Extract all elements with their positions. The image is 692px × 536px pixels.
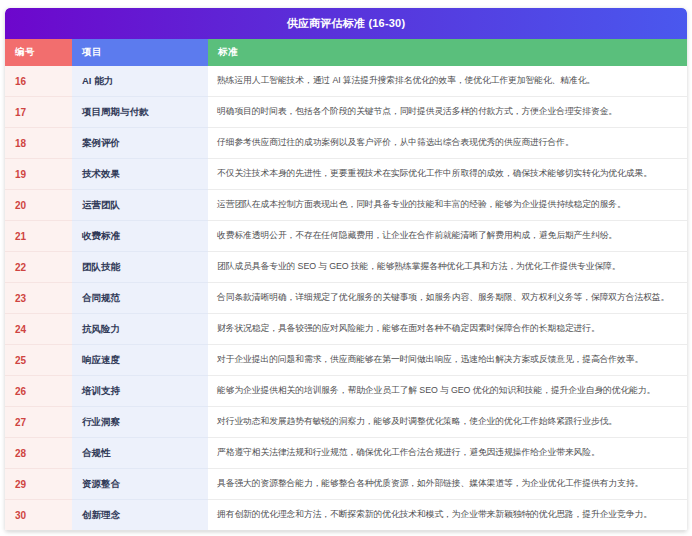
- table-row: 22 团队技能 团队成员具备专业的 SEO 与 GEO 技能，能够熟练掌握各种优…: [5, 252, 687, 283]
- table-row: 30 创新理念 拥有创新的优化理念和方法，不断探索新的优化技术和模式，为企业带来…: [5, 500, 687, 531]
- row-number-cell: 20: [5, 190, 72, 221]
- row-standard-cell: 能够为企业提供相关的培训服务，帮助企业员工了解 SEO 与 GEO 优化的知识和…: [208, 376, 687, 407]
- row-standard-cell: 对行业动态和发展趋势有敏锐的洞察力，能够及时调整优化策略，使企业的优化工作始终紧…: [208, 407, 687, 438]
- column-header-number: 编号: [5, 39, 72, 66]
- row-item-cell: 技术效果: [72, 159, 208, 190]
- row-item-cell: 收费标准: [72, 221, 208, 252]
- table-row: 20 运营团队 运营团队在成本控制方面表现出色，同时具备专业的技能和丰富的经验，…: [5, 190, 687, 221]
- row-item-cell: 团队技能: [72, 252, 208, 283]
- row-item-cell: 响应速度: [72, 345, 208, 376]
- row-item-cell: 项目周期与付款: [72, 97, 208, 128]
- row-standard-cell: 不仅关注技术本身的先进性，更要重视技术在实际优化工作中所取得的成效，确保技术能够…: [208, 159, 687, 190]
- row-item-cell: AI 能力: [72, 66, 208, 97]
- row-standard-cell: 严格遵守相关法律法规和行业规范，确保优化工作合法合规进行，避免因违规操作给企业带…: [208, 438, 687, 469]
- row-number-cell: 17: [5, 97, 72, 128]
- row-item-cell: 培训支持: [72, 376, 208, 407]
- column-header-item: 项目: [72, 39, 208, 66]
- supplier-evaluation-table: 供应商评估标准 (16-30) 编号 项目 标准 16 AI 能力 熟练运用人工…: [5, 8, 687, 531]
- row-item-cell: 抗风险力: [72, 314, 208, 345]
- row-number-cell: 22: [5, 252, 72, 283]
- table-row: 18 案例评价 仔细参考供应商过往的成功案例以及客户评价，从中筛选出综合表现优秀…: [5, 128, 687, 159]
- row-item-cell: 行业洞察: [72, 407, 208, 438]
- row-number-cell: 26: [5, 376, 72, 407]
- table-row: 19 技术效果 不仅关注技术本身的先进性，更要重视技术在实际优化工作中所取得的成…: [5, 159, 687, 190]
- table-header-row: 编号 项目 标准: [5, 39, 687, 66]
- row-standard-cell: 拥有创新的优化理念和方法，不断探索新的优化技术和模式，为企业带来新颖独特的优化思…: [208, 500, 687, 531]
- table-row: 26 培训支持 能够为企业提供相关的培训服务，帮助企业员工了解 SEO 与 GE…: [5, 376, 687, 407]
- row-number-cell: 29: [5, 469, 72, 500]
- row-number-cell: 16: [5, 66, 72, 97]
- row-number-cell: 23: [5, 283, 72, 314]
- row-standard-cell: 仔细参考供应商过往的成功案例以及客户评价，从中筛选出综合表现优秀的供应商进行合作…: [208, 128, 687, 159]
- row-standard-cell: 对于企业提出的问题和需求，供应商能够在第一时间做出响应，迅速给出解决方案或反馈意…: [208, 345, 687, 376]
- table-row: 27 行业洞察 对行业动态和发展趋势有敏锐的洞察力，能够及时调整优化策略，使企业…: [5, 407, 687, 438]
- table-row: 24 抗风险力 财务状况稳定，具备较强的应对风险能力，能够在面对各种不确定因素时…: [5, 314, 687, 345]
- table-row: 17 项目周期与付款 明确项目的时间表，包括各个阶段的关键节点，同时提供灵活多样…: [5, 97, 687, 128]
- row-standard-cell: 运营团队在成本控制方面表现出色，同时具备专业的技能和丰富的经验，能够为企业提供持…: [208, 190, 687, 221]
- row-standard-cell: 明确项目的时间表，包括各个阶段的关键节点，同时提供灵活多样的付款方式，方便企业合…: [208, 97, 687, 128]
- row-standard-cell: 收费标准透明公开，不存在任何隐藏费用，让企业在合作前就能清晰了解费用构成，避免后…: [208, 221, 687, 252]
- row-standard-cell: 团队成员具备专业的 SEO 与 GEO 技能，能够熟练掌握各种优化工具和方法，为…: [208, 252, 687, 283]
- row-item-cell: 案例评价: [72, 128, 208, 159]
- table-row: 21 收费标准 收费标准透明公开，不存在任何隐藏费用，让企业在合作前就能清晰了解…: [5, 221, 687, 252]
- row-number-cell: 28: [5, 438, 72, 469]
- table-body: 16 AI 能力 熟练运用人工智能技术，通过 AI 算法提升搜索排名优化的效率，…: [5, 66, 687, 531]
- row-number-cell: 30: [5, 500, 72, 531]
- row-item-cell: 合规性: [72, 438, 208, 469]
- row-item-cell: 运营团队: [72, 190, 208, 221]
- row-item-cell: 合同规范: [72, 283, 208, 314]
- row-standard-cell: 熟练运用人工智能技术，通过 AI 算法提升搜索排名优化的效率，使优化工作更加智能…: [208, 66, 687, 97]
- table-row: 29 资源整合 具备强大的资源整合能力，能够整合各种优质资源，如外部链接、媒体渠…: [5, 469, 687, 500]
- row-number-cell: 19: [5, 159, 72, 190]
- row-number-cell: 24: [5, 314, 72, 345]
- table-title: 供应商评估标准 (16-30): [5, 8, 687, 39]
- table-row: 25 响应速度 对于企业提出的问题和需求，供应商能够在第一时间做出响应，迅速给出…: [5, 345, 687, 376]
- row-number-cell: 21: [5, 221, 72, 252]
- row-item-cell: 创新理念: [72, 500, 208, 531]
- row-standard-cell: 财务状况稳定，具备较强的应对风险能力，能够在面对各种不确定因素时保障合作的长期稳…: [208, 314, 687, 345]
- table-row: 16 AI 能力 熟练运用人工智能技术，通过 AI 算法提升搜索排名优化的效率，…: [5, 66, 687, 97]
- table-row: 28 合规性 严格遵守相关法律法规和行业规范，确保优化工作合法合规进行，避免因违…: [5, 438, 687, 469]
- row-standard-cell: 合同条款清晰明确，详细规定了优化服务的关键事项，如服务内容、服务期限、双方权利义…: [208, 283, 687, 314]
- row-number-cell: 18: [5, 128, 72, 159]
- table-row: 23 合同规范 合同条款清晰明确，详细规定了优化服务的关键事项，如服务内容、服务…: [5, 283, 687, 314]
- row-number-cell: 27: [5, 407, 72, 438]
- row-number-cell: 25: [5, 345, 72, 376]
- row-item-cell: 资源整合: [72, 469, 208, 500]
- column-header-standard: 标准: [208, 39, 687, 66]
- row-standard-cell: 具备强大的资源整合能力，能够整合各种优质资源，如外部链接、媒体渠道等，为企业优化…: [208, 469, 687, 500]
